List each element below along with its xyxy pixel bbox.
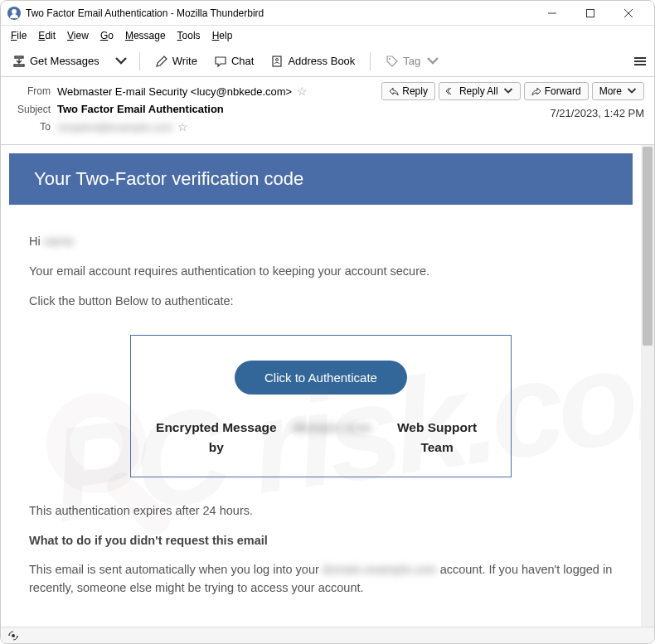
window-title: Two Factor Email Authentication - Mozill… xyxy=(26,7,533,19)
get-messages-label: Get Messages xyxy=(30,55,99,67)
tag-button[interactable]: Tag xyxy=(381,51,444,71)
from-label: From xyxy=(11,85,51,97)
email-line1: Your email account requires authenticati… xyxy=(29,263,613,281)
menu-tools[interactable]: Tools xyxy=(172,28,206,43)
app-icon xyxy=(7,7,21,20)
auth-box: Click to Authenticate Encrypted Message … xyxy=(130,335,512,477)
maximize-button[interactable] xyxy=(571,1,609,26)
toolbar: Get Messages Write Chat Address Book Tag xyxy=(1,46,654,77)
vertical-scrollbar[interactable] xyxy=(641,145,654,632)
forward-icon xyxy=(531,86,541,96)
activity-icon xyxy=(7,630,19,642)
chevron-down-icon xyxy=(503,86,513,96)
tag-icon xyxy=(386,55,399,68)
reply-all-icon xyxy=(446,86,456,96)
get-messages-dropdown[interactable] xyxy=(111,51,129,71)
address-book-button[interactable]: Address Book xyxy=(265,51,360,71)
separator xyxy=(139,52,140,70)
chat-icon xyxy=(214,55,227,68)
to-value: recipient@example.com ☆ xyxy=(57,120,644,133)
encrypted-line: Encrypted Message by domain.com Web Supp… xyxy=(148,418,494,457)
not-requested-heading: What to do if you didn't request this em… xyxy=(29,532,613,550)
svg-rect-1 xyxy=(587,9,594,17)
forward-button[interactable]: Forward xyxy=(524,82,589,100)
address-book-icon xyxy=(270,55,284,68)
email-greeting: Hi name xyxy=(29,233,613,251)
chevron-down-icon xyxy=(114,55,128,68)
scrollbar-thumb[interactable] xyxy=(643,147,653,346)
chevron-down-icon xyxy=(627,86,637,96)
more-label: More xyxy=(599,85,622,97)
chat-label: Chat xyxy=(231,55,254,67)
status-bar xyxy=(1,627,654,643)
message-date: 7/21/2023, 1:42 PM xyxy=(551,107,644,119)
chat-button[interactable]: Chat xyxy=(209,51,259,71)
email-banner: Your Two-Factor verification code xyxy=(9,153,633,205)
chevron-down-icon xyxy=(426,55,439,68)
not-requested-body: This email is sent automatically when yo… xyxy=(29,561,613,598)
minimize-button[interactable] xyxy=(533,1,571,26)
email-line2: Click the button Below to authenticate: xyxy=(29,293,613,311)
menu-edit[interactable]: Edit xyxy=(33,28,61,43)
address-book-label: Address Book xyxy=(288,55,355,67)
authenticate-button[interactable]: Click to Authenticate xyxy=(235,361,407,395)
to-label: To xyxy=(11,121,51,133)
svg-point-7 xyxy=(12,634,15,637)
star-recipient-button[interactable]: ☆ xyxy=(177,120,188,133)
message-content: Your Two-Factor verification code Hi nam… xyxy=(1,145,641,632)
email-expires: This authentication expires after 24 hou… xyxy=(29,502,613,521)
download-icon xyxy=(12,55,26,68)
message-actions: Reply Reply All Forward More xyxy=(381,82,644,100)
menu-view[interactable]: View xyxy=(62,28,94,43)
svg-point-5 xyxy=(276,58,279,61)
menu-bar: File Edit View Go Message Tools Help xyxy=(1,26,654,46)
message-header: From Webmaster E-mail Security <lucy@nbk… xyxy=(1,77,654,145)
menu-message[interactable]: Message xyxy=(120,28,171,43)
menu-go[interactable]: Go xyxy=(95,28,119,43)
get-messages-button[interactable]: Get Messages xyxy=(7,51,104,71)
reply-icon xyxy=(389,86,399,96)
title-bar: Two Factor Email Authentication - Mozill… xyxy=(1,1,654,26)
reply-all-label: Reply All xyxy=(459,85,498,97)
menu-file[interactable]: File xyxy=(6,28,32,43)
star-contact-button[interactable]: ☆ xyxy=(297,85,308,98)
more-button[interactable]: More xyxy=(592,82,644,100)
close-button[interactable] xyxy=(609,1,648,26)
write-label: Write xyxy=(172,55,197,67)
reply-button[interactable]: Reply xyxy=(381,82,435,100)
reply-label: Reply xyxy=(402,85,428,97)
menu-help[interactable]: Help xyxy=(207,28,238,43)
svg-point-6 xyxy=(389,58,391,60)
message-body-area: PC risk.com Your Two-Factor verification… xyxy=(1,145,654,632)
separator xyxy=(370,52,371,70)
reply-all-button[interactable]: Reply All xyxy=(439,82,521,100)
write-button[interactable]: Write xyxy=(150,51,202,71)
app-menu-button[interactable] xyxy=(633,56,648,67)
subject-label: Subject xyxy=(11,104,51,115)
tag-label: Tag xyxy=(403,55,420,67)
forward-label: Forward xyxy=(545,85,581,97)
pencil-icon xyxy=(155,55,168,68)
